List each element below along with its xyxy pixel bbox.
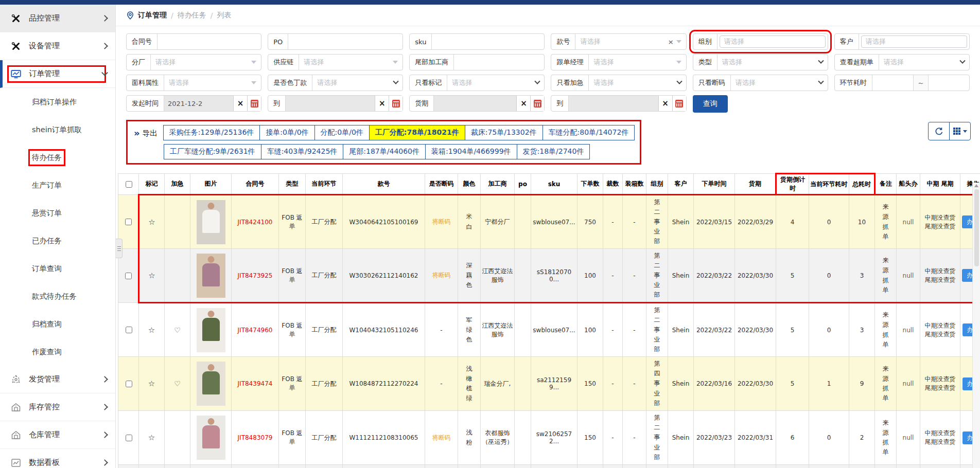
row-checkbox[interactable] [125, 219, 132, 225]
range-max[interactable] [933, 79, 965, 87]
star-icon[interactable]: ☆ [148, 433, 155, 442]
stage-pill[interactable]: 接单:0单/0件 [259, 125, 314, 140]
sidebar-subitem-归档订单操作[interactable]: 归档订单操作 [0, 88, 115, 116]
col-contract[interactable]: JIT8424100 [232, 195, 279, 249]
col-contract[interactable]: JIT8439474 [232, 357, 279, 411]
col-contract[interactable]: JIT8473925 [232, 249, 279, 303]
sidebar-subitem-归档查询[interactable]: 归档查询 [0, 310, 115, 338]
sidebar-collapse-handle[interactable] [116, 239, 122, 258]
search-button[interactable]: 查询 [693, 95, 728, 113]
filter-select[interactable]: 请选择 [731, 75, 828, 91]
row-checkbox[interactable] [126, 435, 132, 441]
text-input[interactable] [459, 58, 539, 67]
star-icon[interactable]: ☆ [148, 379, 155, 388]
star-icon[interactable]: ☆ [148, 326, 155, 335]
filter-text-input[interactable] [454, 55, 544, 70]
contract-link[interactable]: JIT8473925 [238, 272, 273, 279]
stage-pill[interactable]: 工厂分配:78单/18021件 [369, 125, 465, 140]
garment-photo[interactable] [197, 254, 225, 298]
filter-select[interactable]: 请选择 [447, 75, 544, 91]
filter-select[interactable]: 请选择 [589, 75, 686, 91]
range-min-input[interactable] [872, 75, 913, 91]
col-photo[interactable] [190, 357, 232, 411]
col-mark[interactable]: ☆ [139, 357, 165, 411]
garment-photo[interactable] [197, 416, 225, 460]
filter-select[interactable]: 请选择 [861, 35, 967, 48]
date-value[interactable] [434, 96, 516, 111]
stage-pill[interactable]: 采购任务:129单/25136件 [163, 125, 260, 140]
col-mark[interactable]: ☆ [139, 303, 165, 357]
row-checkbox[interactable] [126, 327, 132, 333]
clear-icon[interactable]: × [667, 38, 675, 46]
sidebar-subitem-已办任务[interactable]: 已办任务 [0, 227, 115, 255]
range-min[interactable] [877, 79, 908, 87]
sidebar-item-品控管理[interactable]: 品控管理 [0, 5, 115, 32]
sidebar-subitem-生产订单[interactable]: 生产订单 [0, 171, 115, 199]
filter-text-input[interactable] [157, 34, 261, 49]
col-contract[interactable]: JIT8483079 [232, 411, 279, 465]
export-button[interactable]: » 导出 [133, 125, 164, 141]
contract-link[interactable]: JIT8474960 [238, 327, 273, 334]
date-value[interactable] [569, 96, 658, 111]
filter-select[interactable]: 请选择 [299, 55, 402, 70]
calendar-button[interactable] [530, 96, 544, 111]
breadcrumb-root[interactable]: 订单管理 [138, 11, 167, 20]
date-value[interactable] [286, 96, 375, 111]
date-clear-button[interactable]: × [516, 96, 530, 111]
filter-select[interactable]: 请选择 [151, 55, 261, 70]
filter-select[interactable]: 请选择 [312, 75, 402, 91]
text-input[interactable] [436, 38, 539, 46]
stage-pill[interactable]: 车缝分配:80单/14072件 [542, 125, 635, 140]
filter-select[interactable]: 请选择× [575, 34, 686, 49]
breadcrumb-mid[interactable]: 待办任务 [178, 11, 206, 20]
date-clear-button[interactable]: × [233, 96, 247, 111]
filter-select[interactable]: 请选择 [879, 55, 969, 70]
stage-pill[interactable]: 工厂车缝分配:9单/2631件 [164, 144, 261, 159]
sidebar-subitem-订单查询[interactable]: 订单查询 [0, 255, 115, 282]
filter-select[interactable]: 请选择 [717, 55, 828, 70]
garment-photo[interactable] [197, 362, 225, 406]
contract-link[interactable]: JIT8424100 [238, 219, 273, 226]
calendar-button[interactable] [247, 96, 261, 111]
col-photo[interactable] [190, 249, 232, 303]
scrollbar-thumb[interactable] [974, 189, 979, 266]
date-clear-button[interactable]: × [375, 96, 389, 111]
stage-pill[interactable]: 发货:18单/2740件 [517, 144, 590, 159]
select-all-checkbox[interactable] [126, 181, 132, 188]
star-icon[interactable]: ☆ [148, 271, 155, 280]
col-contract[interactable]: JIT8474960 [232, 303, 279, 357]
contract-link[interactable]: JIT8439474 [238, 380, 273, 387]
text-input[interactable] [162, 38, 256, 46]
row-checkbox[interactable] [126, 381, 132, 387]
col-photo[interactable] [190, 195, 232, 249]
stage-pill[interactable]: 尾部:187单/44060件 [343, 144, 426, 159]
scroll-up-arrow-icon[interactable] [974, 184, 978, 187]
filter-text-input[interactable] [432, 34, 544, 49]
sidebar-item-发货管理[interactable]: 发货管理 [0, 366, 115, 393]
filter-select[interactable]: 请选择 [164, 75, 261, 91]
stage-pill[interactable]: 裁床:75单/13302件 [465, 125, 543, 140]
filter-select[interactable]: 请选择 [720, 35, 826, 48]
sidebar-item-数据看板[interactable]: 数据看板 [0, 449, 115, 468]
filter-text-input[interactable] [288, 34, 402, 49]
date-clear-button[interactable]: × [658, 96, 672, 111]
col-photo[interactable] [190, 303, 232, 357]
date-value[interactable]: 2021-12-2 [164, 96, 233, 111]
col-photo[interactable] [190, 411, 232, 465]
star-icon[interactable]: ☆ [148, 218, 155, 227]
col-mark[interactable]: ☆ [139, 249, 165, 303]
sidebar-item-设备管理[interactable]: 设备管理 [0, 32, 115, 60]
col-mark[interactable]: ☆ [139, 411, 165, 465]
sidebar-subitem-悬赏订单[interactable]: 悬赏订单 [0, 199, 115, 227]
row-checkbox[interactable] [125, 273, 132, 279]
sidebar-subitem-款式待办任务[interactable]: 款式待办任务 [0, 282, 115, 310]
stage-pill[interactable]: 装箱:1904单/466999件 [425, 144, 517, 159]
contract-link[interactable]: JIT8483079 [238, 434, 273, 441]
table-scrollbar[interactable] [972, 183, 980, 468]
calendar-button[interactable] [389, 96, 402, 111]
calendar-button[interactable] [672, 96, 686, 111]
refresh-button[interactable] [928, 122, 950, 140]
sidebar-subitem-待办任务[interactable]: 待办任务 [0, 143, 115, 171]
sidebar-item-仓库管理[interactable]: 仓库管理 [0, 421, 115, 449]
sidebar-subitem-shein订单抓取[interactable]: shein订单抓取 [0, 116, 115, 143]
